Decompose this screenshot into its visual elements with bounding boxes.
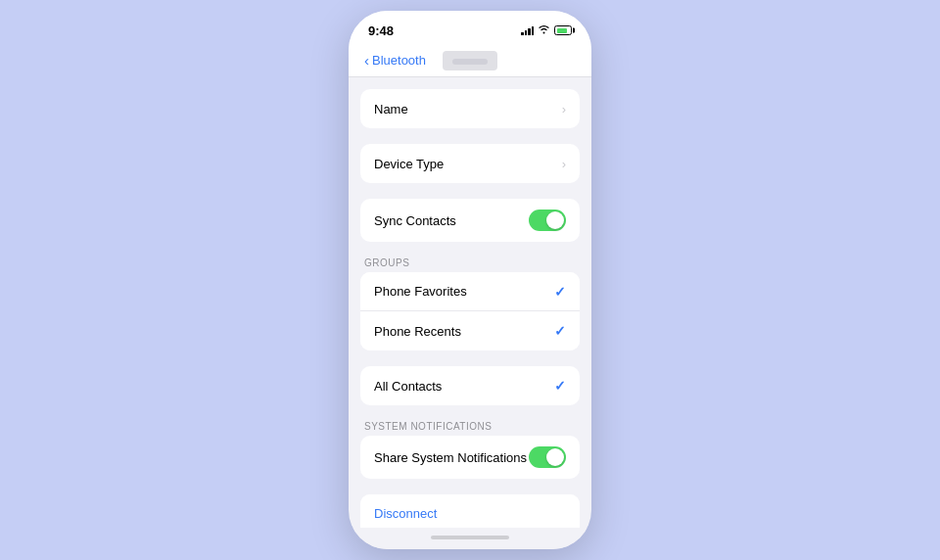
status-icons (521, 24, 572, 36)
phone-frame: 9:48 ‹ (349, 11, 591, 549)
sync-contacts-item[interactable]: Sync Contacts (360, 199, 580, 242)
device-type-section: Device Type › (349, 144, 591, 183)
status-bar: 9:48 (349, 11, 591, 46)
share-system-notifications-toggle[interactable] (529, 446, 566, 468)
all-contacts-card: All Contacts ✓ (360, 366, 580, 405)
wifi-icon (538, 24, 550, 36)
chevron-right-icon-2: › (562, 157, 566, 171)
share-system-notifications-label: Share System Notifications (374, 450, 527, 465)
content-scroll: Name › Device Type › Sync Contacts (349, 77, 591, 528)
all-contacts-check: ✓ (554, 378, 566, 394)
sync-contacts-toggle[interactable] (529, 210, 566, 231)
groups-section: GROUPS Phone Favorites ✓ Phone Recents ✓ (349, 257, 591, 350)
phone-recents-item[interactable]: Phone Recents ✓ (360, 311, 580, 350)
battery-icon (554, 25, 572, 35)
actions-card: Disconnect Forget This Device (360, 494, 580, 528)
sync-contacts-section: Sync Contacts (349, 199, 591, 242)
device-type-card: Device Type › (360, 144, 580, 183)
device-type-label: Device Type (374, 157, 444, 171)
chevron-right-icon: › (562, 102, 566, 117)
name-card: Name › (360, 89, 580, 128)
device-type-item[interactable]: Device Type › (360, 144, 580, 183)
groups-label: GROUPS (349, 257, 591, 272)
share-system-notifications-item[interactable]: Share System Notifications (360, 436, 580, 479)
system-notifications-section: SYSTEM NOTIFICATIONS Share System Notifi… (349, 421, 591, 479)
name-item[interactable]: Name › (360, 89, 580, 128)
signal-bars-icon (521, 25, 534, 35)
system-notifications-card: Share System Notifications (360, 436, 580, 479)
name-label: Name (374, 102, 408, 117)
actions-section: Disconnect Forget This Device (349, 494, 591, 528)
nav-title (443, 51, 497, 70)
phone-recents-check: ✓ (554, 323, 566, 339)
system-notifications-label: SYSTEM NOTIFICATIONS (349, 421, 591, 436)
all-contacts-item[interactable]: All Contacts ✓ (360, 366, 580, 405)
back-button[interactable]: ‹ Bluetooth (364, 52, 426, 69)
groups-card: Phone Favorites ✓ Phone Recents ✓ (360, 272, 580, 350)
home-bar (431, 536, 509, 539)
disconnect-label: Disconnect (374, 506, 437, 521)
phone-favorites-check: ✓ (554, 284, 566, 300)
all-contacts-section: All Contacts ✓ (349, 366, 591, 405)
disconnect-item[interactable]: Disconnect (360, 494, 580, 528)
home-indicator (349, 528, 591, 549)
sync-contacts-card: Sync Contacts (360, 199, 580, 242)
status-time: 9:48 (368, 23, 394, 38)
chevron-left-icon: ‹ (364, 52, 369, 69)
back-label: Bluetooth (372, 53, 426, 68)
nav-bar: ‹ Bluetooth (349, 46, 591, 77)
phone-favorites-item[interactable]: Phone Favorites ✓ (360, 272, 580, 311)
name-section: Name › (349, 89, 591, 128)
sync-contacts-label: Sync Contacts (374, 213, 456, 228)
phone-favorites-label: Phone Favorites (374, 284, 467, 299)
all-contacts-label: All Contacts (374, 379, 442, 394)
phone-recents-label: Phone Recents (374, 324, 461, 339)
